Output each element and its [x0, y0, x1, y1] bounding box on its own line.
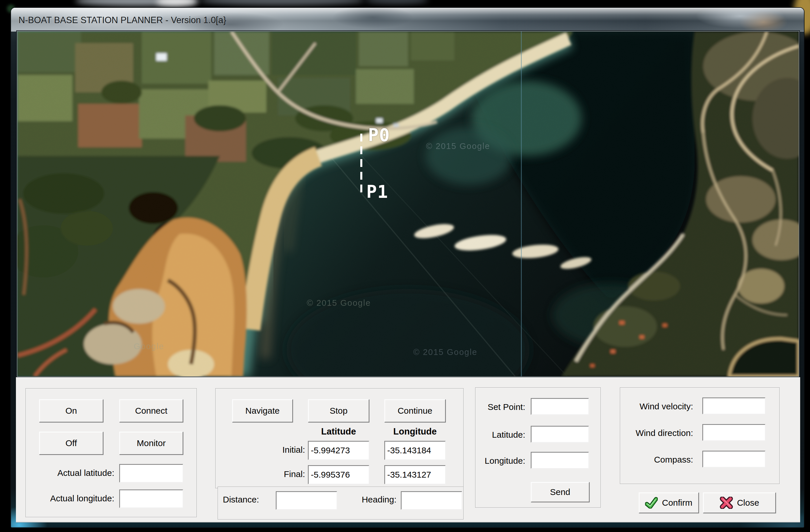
monitor-label: Monitor — [136, 438, 165, 448]
wind-velocity-label: Wind velocity: — [629, 401, 693, 411]
actual-latitude-label: Actual latitude: — [22, 468, 114, 478]
wind-direction-field[interactable] — [702, 424, 765, 441]
close-label: Close — [737, 498, 759, 508]
latitude-column-header: Latitude — [308, 427, 369, 437]
off-button[interactable]: Off — [39, 432, 103, 455]
waypoint-label-p0: P0 — [368, 127, 390, 144]
on-label: On — [65, 406, 77, 416]
set-point-label: Set Point: — [476, 402, 525, 412]
continue-label: Continue — [398, 406, 432, 416]
title-bar[interactable]: N-BOAT BASE STATION PLANNER - Version 1.… — [11, 8, 804, 32]
close-button[interactable]: Close — [703, 492, 776, 513]
desktop-blur-blob — [364, 0, 428, 4]
google-watermark: © 2015 Google — [413, 347, 477, 357]
setpoint-longitude-field[interactable] — [531, 452, 589, 469]
actual-longitude-field[interactable] — [119, 489, 183, 508]
actual-longitude-label: Actual longitude: — [18, 494, 114, 503]
longitude-column-header: Longitude — [384, 427, 446, 437]
connect-button[interactable]: Connect — [119, 399, 183, 422]
initial-latitude-field[interactable] — [308, 441, 369, 460]
setpoint-latitude-label: Latitude: — [476, 430, 525, 440]
confirm-button[interactable]: Confirm — [639, 492, 699, 513]
check-icon — [645, 497, 658, 509]
final-row-label: Final: — [262, 469, 305, 479]
satellite-imagery — [17, 32, 799, 376]
map-viewport[interactable]: P0 P1 © 2015 Google © 2015 Google © 2015… — [17, 32, 799, 376]
compass-field[interactable] — [702, 451, 765, 467]
initial-longitude-field[interactable] — [384, 441, 446, 460]
setpoint-latitude-field[interactable] — [531, 426, 589, 443]
control-panel: On Connect Off Monitor Actual latitude: … — [16, 377, 800, 522]
send-label: Send — [550, 487, 570, 497]
google-watermark: © 2015 Google — [426, 142, 490, 151]
monitor-button[interactable]: Monitor — [119, 432, 183, 455]
connect-label: Connect — [135, 406, 167, 416]
navigate-label: Navigate — [245, 406, 279, 416]
wind-direction-label: Wind direction: — [629, 428, 693, 438]
waypoint-label-p1: P1 — [366, 183, 388, 200]
distance-label: Distance: — [223, 495, 259, 504]
off-label: Off — [65, 438, 77, 448]
confirm-label: Confirm — [662, 498, 692, 508]
set-point-field[interactable] — [531, 398, 589, 415]
setpoint-longitude-label: Longitude: — [476, 456, 525, 466]
photo-grain — [17, 32, 799, 376]
wind-velocity-field[interactable] — [702, 398, 765, 414]
google-watermark: © 2015 Google — [307, 298, 371, 308]
heading-label: Heading: — [346, 495, 396, 504]
x-icon — [720, 497, 733, 509]
navigate-button[interactable]: Navigate — [232, 399, 293, 422]
distance-field[interactable] — [276, 491, 337, 510]
window-title: N-BOAT BASE STATION PLANNER - Version 1.… — [18, 8, 226, 33]
compass-label: Compass: — [629, 455, 693, 465]
google-watermark: Google — [134, 342, 164, 351]
heading-field[interactable] — [401, 491, 462, 510]
final-latitude-field[interactable] — [308, 465, 369, 484]
initial-row-label: Initial: — [262, 445, 305, 455]
stop-button[interactable]: Stop — [308, 399, 369, 422]
desktop-blur-blob — [200, 0, 364, 5]
continue-button[interactable]: Continue — [384, 399, 446, 422]
app-window: N-BOAT BASE STATION PLANNER - Version 1.… — [11, 7, 805, 528]
imagery-seam-line — [521, 32, 522, 376]
send-button[interactable]: Send — [531, 482, 589, 502]
route-dashed-line — [360, 134, 362, 196]
final-longitude-field[interactable] — [384, 465, 446, 484]
on-button[interactable]: On — [39, 399, 103, 422]
stop-label: Stop — [329, 406, 347, 416]
actual-latitude-field[interactable] — [119, 464, 183, 483]
